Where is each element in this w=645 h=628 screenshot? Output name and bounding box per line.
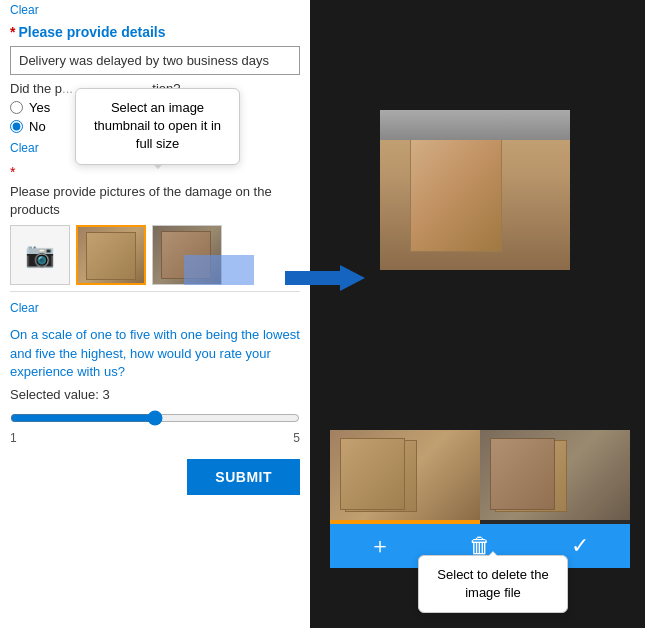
thumbnail-2[interactable]	[152, 225, 222, 285]
radio-yes-label: Yes	[29, 100, 50, 115]
slider-labels: 1 5	[10, 431, 300, 445]
gallery-thumb-2[interactable]	[480, 430, 630, 520]
radio-yes-input[interactable]	[10, 101, 23, 114]
clear-link-middle[interactable]: Clear	[10, 138, 39, 158]
gallery-thumb-1[interactable]	[330, 430, 480, 520]
image-label-text: Please provide pictures of the damage on…	[10, 183, 300, 219]
delete-tooltip-text: Select to delete the image file	[437, 567, 548, 600]
slider-section: On a scale of one to five with one being…	[10, 326, 300, 449]
gallery-images	[330, 430, 630, 520]
slider-min: 1	[10, 431, 17, 445]
submit-button[interactable]: SUBMIT	[187, 459, 300, 495]
thumbnail-1[interactable]	[76, 225, 146, 285]
required-section-1: * Please provide details	[10, 24, 300, 40]
radio-no-label: No	[29, 119, 46, 134]
required-star-1: *	[10, 24, 15, 40]
add-icon: ＋	[369, 531, 391, 561]
check-icon: ✓	[571, 533, 589, 559]
rating-slider[interactable]	[10, 410, 300, 426]
required-star-2: *	[10, 164, 15, 180]
details-input[interactable]	[10, 46, 300, 75]
clear-link-slider[interactable]: Clear	[10, 298, 39, 318]
slider-container: 1 5	[10, 406, 300, 449]
slider-max: 5	[293, 431, 300, 445]
divider	[10, 291, 300, 292]
full-size-image[interactable]	[380, 110, 570, 270]
camera-icon: 📷	[25, 241, 55, 269]
image-section: * Please provide pictures of the damage …	[10, 164, 300, 285]
clear-link-top[interactable]: Clear	[10, 0, 39, 20]
radio-no-input[interactable]	[10, 120, 23, 133]
thumbnail-tooltip-text: Select an image thumbnail to open it in …	[94, 100, 221, 151]
thumbnail-tooltip: Select an image thumbnail to open it in …	[75, 88, 240, 165]
selected-value-label: Selected value: 3	[10, 387, 300, 402]
camera-button[interactable]: 📷	[10, 225, 70, 285]
slider-question: On a scale of one to five with one being…	[10, 326, 300, 381]
submit-area: SUBMIT	[10, 459, 300, 495]
blue-arrow	[285, 263, 365, 293]
required-label-1: Please provide details	[18, 24, 165, 40]
delete-tooltip: Select to delete the image file	[418, 555, 568, 613]
image-upload-row: 📷	[10, 225, 300, 285]
full-size-image-inner	[380, 110, 570, 270]
gallery-add-button[interactable]: ＋	[330, 524, 430, 568]
svg-marker-0	[285, 265, 365, 291]
gallery-area: ＋ 🗑 ✓	[330, 430, 630, 568]
